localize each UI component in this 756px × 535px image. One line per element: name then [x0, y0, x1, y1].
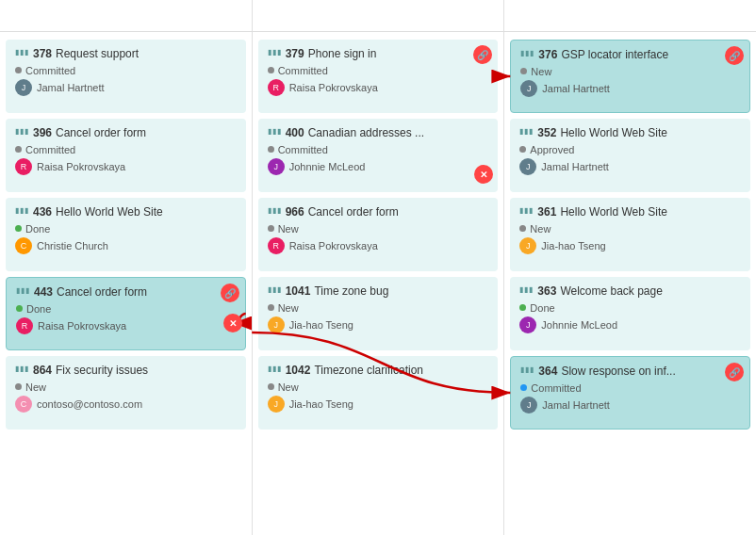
card-type-icon: ▮▮▮ — [15, 48, 29, 57]
status-dot — [268, 67, 274, 73]
card-id: 864 — [33, 364, 52, 377]
status-dot — [15, 67, 22, 73]
card-user: JJohnnie McLeod — [268, 158, 489, 175]
card-name: Hello World Web Site — [560, 126, 667, 141]
card-376[interactable]: ▮▮▮376GSP locator interfaceNewJJamal Har… — [510, 40, 750, 113]
user-name: Raisa Pokrovskaya — [289, 82, 378, 93]
card-436[interactable]: ▮▮▮436Hello World Web SiteDoneCChristie … — [6, 198, 246, 271]
link-icon[interactable]: 🔗 — [473, 45, 492, 64]
status-dot — [15, 225, 22, 232]
card-title-row: ▮▮▮396Cancel order form — [15, 126, 237, 141]
card-name: Timezone clarification — [314, 364, 423, 379]
card-name: Phone sign in — [308, 47, 377, 62]
card-user: RRaisa Pokrovskaya — [16, 317, 236, 334]
user-name: Raisa Pokrovskaya — [37, 161, 125, 172]
card-status: Approved — [519, 144, 741, 155]
status-text: New — [25, 381, 46, 393]
col-header-march — [504, 0, 756, 31]
status-text: Committed — [25, 65, 75, 76]
card-id: 364 — [538, 365, 557, 378]
status-text: Committed — [278, 65, 328, 76]
status-dot — [268, 304, 274, 311]
card-status: Committed — [268, 144, 489, 155]
card-363[interactable]: ▮▮▮363Welcome back pageDoneJJohnnie McLe… — [510, 277, 750, 350]
card-443[interactable]: ▮▮▮443Cancel order formDoneRRaisa Pokrov… — [6, 277, 246, 350]
card-352[interactable]: ▮▮▮352Hello World Web SiteApprovedJJamal… — [510, 119, 750, 192]
card-type-icon: ▮▮▮ — [519, 127, 534, 136]
card-type-icon: ▮▮▮ — [15, 206, 29, 215]
card-1041[interactable]: ▮▮▮1041Time zone bugNewJJia-hao Tseng — [258, 277, 499, 350]
avatar: J — [268, 316, 285, 333]
card-id: 966 — [286, 205, 304, 219]
status-text: Committed — [278, 144, 328, 155]
status-text: Committed — [25, 144, 75, 155]
avatar: C — [15, 237, 32, 254]
card-user: JJia-hao Tseng — [268, 396, 489, 413]
card-title-row: ▮▮▮864Fix security issues — [15, 364, 237, 379]
card-id: 396 — [33, 126, 52, 139]
status-text: New — [278, 381, 299, 393]
card-name: Cancel order form — [308, 205, 399, 220]
card-title-row: ▮▮▮379Phone sign in — [268, 47, 489, 62]
card-400[interactable]: ▮▮▮400Canadian addresses ...CommittedJJo… — [258, 119, 499, 192]
card-id: 443 — [34, 285, 53, 299]
card-361[interactable]: ▮▮▮361Hello World Web SiteNewJJia-hao Ts… — [510, 198, 750, 271]
card-type-icon: ▮▮▮ — [268, 285, 282, 294]
status-dot — [15, 383, 22, 390]
card-type-icon: ▮▮▮ — [519, 206, 534, 215]
user-name: Johnnie McLeod — [289, 161, 366, 172]
card-title-row: ▮▮▮436Hello World Web Site — [15, 205, 237, 220]
card-type-icon: ▮▮▮ — [268, 206, 282, 215]
card-name: Cancel order form — [56, 126, 146, 141]
card-type-icon: ▮▮▮ — [268, 365, 282, 373]
link-icon[interactable]: 🔗 — [725, 363, 744, 381]
link-icon[interactable]: 🔗 — [725, 46, 744, 65]
user-name: Jamal Hartnett — [542, 399, 610, 411]
status-dot — [268, 225, 274, 232]
status-dot — [16, 305, 23, 312]
card-id: 361 — [537, 205, 556, 219]
card-364[interactable]: ▮▮▮364Slow response on inf...CommittedJJ… — [510, 356, 750, 430]
card-title-row: ▮▮▮376GSP locator interface — [520, 48, 740, 63]
avatar: R — [268, 237, 285, 254]
card-id: 1041 — [286, 284, 311, 298]
card-name: Slow response on inf... — [561, 365, 675, 380]
card-378[interactable]: ▮▮▮378Request supportCommittedJJamal Har… — [6, 40, 246, 113]
card-396[interactable]: ▮▮▮396Cancel order formCommittedRRaisa P… — [6, 119, 246, 192]
user-name: Jia-hao Tseng — [289, 398, 353, 410]
card-user: JJia-hao Tseng — [519, 237, 741, 254]
user-name: Raisa Pokrovskaya — [38, 320, 126, 332]
card-1042[interactable]: ▮▮▮1042Timezone clarificationNewJJia-hao… — [258, 356, 499, 430]
card-id: 400 — [286, 126, 304, 139]
user-name: Jamal Hartnett — [541, 161, 609, 172]
card-id: 379 — [286, 47, 304, 60]
card-title-row: ▮▮▮364Slow response on inf... — [520, 365, 740, 380]
calendar-header — [0, 0, 756, 32]
card-user: JJamal Hartnett — [520, 80, 740, 97]
col-header-february — [253, 0, 505, 31]
card-title-row: ▮▮▮400Canadian addresses ... — [268, 126, 489, 141]
avatar: J — [520, 397, 537, 413]
card-user: Ccontoso@contoso.com — [15, 396, 237, 413]
card-type-icon: ▮▮▮ — [520, 365, 534, 374]
user-name: Jamal Hartnett — [542, 83, 610, 94]
card-title-row: ▮▮▮352Hello World Web Site — [519, 126, 741, 141]
status-text: New — [278, 302, 299, 314]
card-status: Done — [16, 303, 236, 315]
card-name: Request support — [56, 47, 139, 62]
card-966[interactable]: ▮▮▮966Cancel order formNewRRaisa Pokrovs… — [258, 198, 499, 271]
card-name: Cancel order form — [57, 285, 147, 300]
card-type-icon: ▮▮▮ — [520, 49, 534, 57]
card-status: Committed — [15, 65, 237, 76]
card-379[interactable]: ▮▮▮379Phone sign inCommittedRRaisa Pokro… — [258, 40, 499, 113]
user-name: contoso@contoso.com — [37, 398, 142, 410]
avatar: J — [520, 80, 537, 97]
card-name: Fix security issues — [56, 364, 148, 379]
card-id: 378 — [33, 47, 52, 60]
card-id: 436 — [33, 205, 52, 219]
card-user: JJamal Hartnett — [520, 397, 740, 413]
card-status: New — [268, 223, 489, 235]
status-dot — [15, 146, 22, 153]
card-864[interactable]: ▮▮▮864Fix security issuesNewCcontoso@con… — [6, 356, 246, 430]
link-icon[interactable]: 🔗 — [221, 284, 239, 302]
